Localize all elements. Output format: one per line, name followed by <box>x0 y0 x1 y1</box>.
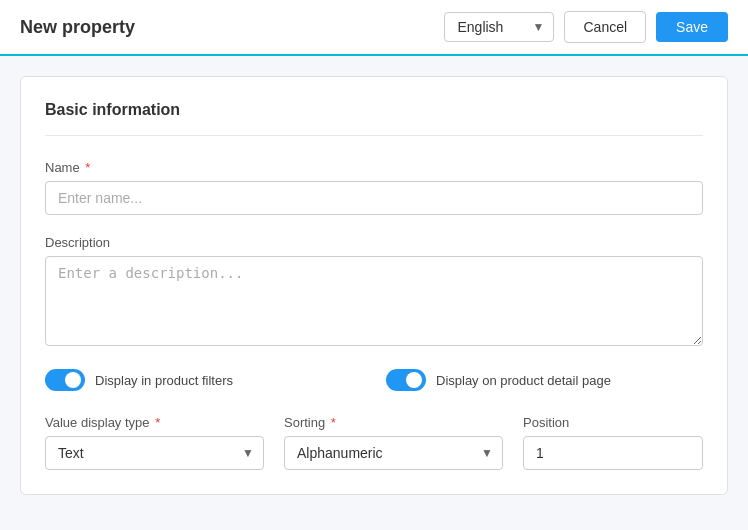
position-col: Position <box>523 415 703 470</box>
value-display-type-col: Value display type * Text Image Color ▼ <box>45 415 264 470</box>
header-actions: English ▼ Cancel Save <box>444 11 728 43</box>
main-content: Basic information Name * Description Dis… <box>0 56 748 530</box>
sorting-select-wrapper: Alphanumeric Numeric Manual ▼ <box>284 436 503 470</box>
language-select[interactable]: English <box>444 12 554 42</box>
description-field-group: Description <box>45 235 703 349</box>
card-title: Basic information <box>45 101 703 136</box>
value-display-required: * <box>152 415 161 430</box>
name-input[interactable] <box>45 181 703 215</box>
description-textarea[interactable] <box>45 256 703 346</box>
toggle-product-detail-slider <box>386 369 426 391</box>
sorting-col: Sorting * Alphanumeric Numeric Manual ▼ <box>284 415 503 470</box>
required-indicator: * <box>82 160 91 175</box>
toggle-product-filters[interactable] <box>45 369 85 391</box>
toggle-product-detail[interactable] <box>386 369 426 391</box>
sorting-select[interactable]: Alphanumeric Numeric Manual <box>284 436 503 470</box>
value-display-type-label: Value display type * <box>45 415 264 430</box>
toggle-product-filters-group: Display in product filters <box>45 369 362 391</box>
sorting-label: Sorting * <box>284 415 503 430</box>
value-display-type-select[interactable]: Text Image Color <box>45 436 264 470</box>
description-label: Description <box>45 235 703 250</box>
toggle-product-filters-slider <box>45 369 85 391</box>
name-field-group: Name * <box>45 160 703 215</box>
header: New property English ▼ Cancel Save <box>0 0 748 56</box>
name-label: Name * <box>45 160 703 175</box>
bottom-form-row: Value display type * Text Image Color ▼ … <box>45 415 703 470</box>
toggle-product-filters-label: Display in product filters <box>95 373 233 388</box>
toggle-product-detail-label: Display on product detail page <box>436 373 611 388</box>
language-selector-wrapper: English ▼ <box>444 12 554 42</box>
toggle-product-detail-group: Display on product detail page <box>386 369 703 391</box>
toggle-row: Display in product filters Display on pr… <box>45 369 703 391</box>
cancel-button[interactable]: Cancel <box>564 11 646 43</box>
basic-information-card: Basic information Name * Description Dis… <box>20 76 728 495</box>
value-display-type-select-wrapper: Text Image Color ▼ <box>45 436 264 470</box>
position-label: Position <box>523 415 703 430</box>
save-button[interactable]: Save <box>656 12 728 42</box>
page-title: New property <box>20 17 135 38</box>
sorting-required: * <box>327 415 336 430</box>
position-input[interactable] <box>523 436 703 470</box>
